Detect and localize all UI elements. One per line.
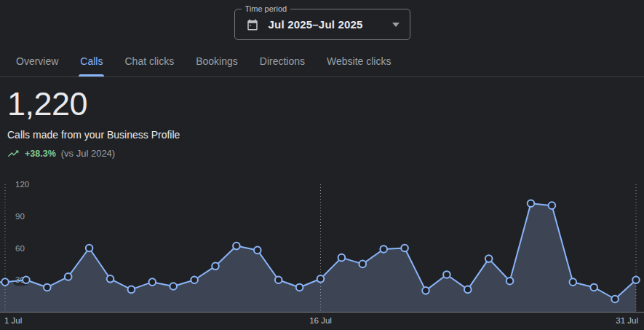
time-period-value: Jul 2025–Jul 2025 [269,18,363,31]
time-period-label: Time period [242,4,291,14]
tab-bookings[interactable]: Bookings [194,55,239,76]
metric-tabbar: Overview Calls Chat clicks Bookings Dire… [0,52,644,77]
time-period-select[interactable]: Time period Jul 2025–Jul 2025 [234,9,410,40]
y-tick-label: 90 [15,212,25,221]
chart-point-day-4[interactable] [65,273,72,280]
chart-point-day-11[interactable] [212,262,219,270]
chart-point-day-27[interactable] [549,202,556,209]
chart-point-day-26[interactable] [528,200,535,207]
chart-point-day-10[interactable] [191,276,198,283]
calls-area-chart: 3060901201 Jul16 Jul31 Jul [0,178,644,328]
x-tick-label: 31 Jul [616,316,638,325]
chart-point-day-31[interactable] [632,276,640,283]
chart-point-day-29[interactable] [590,284,597,291]
trend-percentage: +38.3% [25,149,56,159]
tab-calls[interactable]: Calls [79,55,104,76]
chart-point-day-24[interactable] [485,255,493,262]
chart-point-day-1[interactable] [1,278,9,286]
chart-point-day-17[interactable] [338,254,346,262]
chart-point-day-6[interactable] [107,275,114,283]
chart-point-day-7[interactable] [128,286,135,294]
chart-point-day-28[interactable] [570,278,577,286]
tab-overview[interactable]: Overview [15,55,60,76]
chart-point-day-18[interactable] [359,261,367,268]
y-tick-label: 120 [15,180,29,189]
metric-header: 1,220 Calls made from your Business Prof… [7,85,180,159]
x-tick-label: 1 Jul [4,316,22,325]
chart-point-day-20[interactable] [401,245,408,252]
x-tick-label: 16 Jul [309,316,332,325]
chart-point-day-16[interactable] [317,275,325,283]
chart-point-day-21[interactable] [422,287,429,294]
tab-website-clicks[interactable]: Website clicks [325,55,392,76]
y-tick-label: 60 [15,244,25,253]
chart-point-day-15[interactable] [296,284,303,291]
calendar-icon [246,18,259,31]
trending-up-icon [7,149,20,157]
chart-point-day-22[interactable] [443,271,450,278]
chart-point-day-19[interactable] [380,245,387,253]
chart-point-day-3[interactable] [44,284,51,291]
chart-point-day-8[interactable] [149,278,156,286]
trend-comparison: (vs Jul 2024) [61,148,115,159]
chart-point-day-9[interactable] [170,283,177,290]
chart-point-day-23[interactable] [464,286,472,294]
tab-chat-clicks[interactable]: Chat clicks [123,55,175,76]
metric-value: 1,220 [7,85,180,124]
chart-point-day-14[interactable] [275,276,282,283]
chart-point-day-5[interactable] [86,245,93,252]
trend-row: +38.3% (vs Jul 2024) [7,148,180,159]
chart-point-day-13[interactable] [254,247,261,254]
tab-directions[interactable]: Directions [258,55,306,76]
chart-point-day-25[interactable] [506,278,514,285]
caret-down-icon [392,23,399,27]
metric-description: Calls made from your Business Profile [7,129,180,141]
chart-point-day-12[interactable] [233,243,240,250]
chart-point-day-2[interactable] [23,276,30,283]
chart-point-day-30[interactable] [611,296,619,303]
